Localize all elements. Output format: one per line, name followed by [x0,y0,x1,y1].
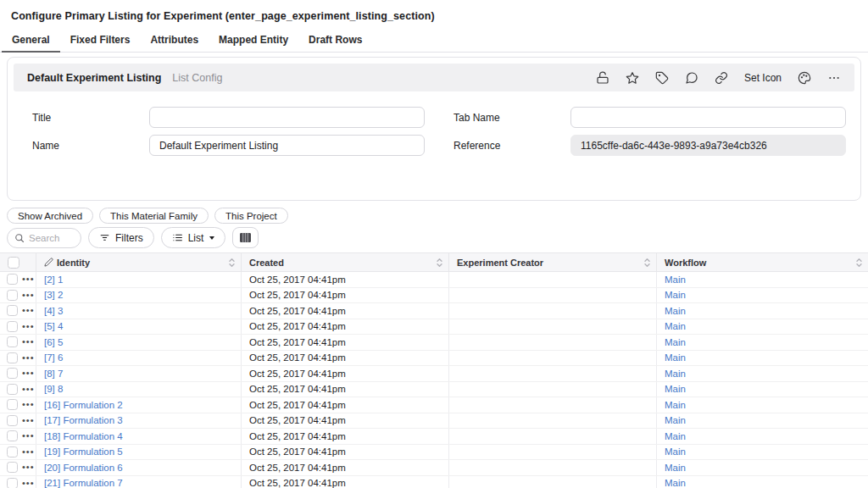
row-actions-ellipsis[interactable]: ••• [22,416,35,425]
workflow-link[interactable]: Main [665,274,686,285]
column-header-workflow[interactable]: Workflow [657,253,868,271]
row-actions-ellipsis[interactable]: ••• [22,369,35,378]
workflow-link[interactable]: Main [665,352,686,363]
identity-link[interactable]: [19] Formulation 5 [44,446,123,457]
table-row: ••• [19] Formulation 5 Oct 25, 2017 04:4… [0,445,868,461]
row-actions-ellipsis[interactable]: ••• [22,400,35,409]
tab-mapped-entity[interactable]: Mapped Entity [209,30,298,53]
identity-link[interactable]: [2] 1 [44,274,63,285]
favorite-button[interactable] [626,71,639,85]
identity-link[interactable]: [17] Formulation 3 [44,415,123,425]
row-actions-ellipsis[interactable]: ••• [22,447,35,457]
identity-link[interactable]: [3] 2 [44,290,63,300]
pill-show-archived[interactable]: Show Archived [7,208,93,224]
identity-link[interactable]: [21] Formulation 7 [44,478,123,488]
identity-link[interactable]: [20] Formulation 6 [44,463,123,473]
row-checkbox[interactable] [7,384,18,395]
palette-button[interactable] [798,71,811,85]
identity-link[interactable]: [4] 3 [44,306,63,316]
row-actions-ellipsis[interactable]: ••• [22,322,35,331]
workflow-link[interactable]: Main [665,431,686,441]
more-actions-button[interactable] [827,71,841,85]
workflow-link[interactable]: Main [665,321,686,331]
sort-icon[interactable] [643,258,651,268]
card-subtitle: List Config [172,72,222,84]
name-input[interactable] [149,135,425,156]
filter-icon [99,232,110,243]
table-header-row: Identity Created Experiment Creator Work… [0,253,868,272]
row-checkbox[interactable] [7,290,18,301]
row-checkbox[interactable] [7,336,18,347]
workflow-link[interactable]: Main [665,384,686,394]
workflow-link[interactable]: Main [665,446,686,457]
workflow-cell: Main [657,335,868,350]
title-input[interactable] [149,107,425,128]
workflow-link[interactable]: Main [665,400,686,410]
row-checkbox[interactable] [7,305,18,316]
workflow-link[interactable]: Main [665,306,686,316]
workflow-link[interactable]: Main [665,337,686,347]
row-checkbox[interactable] [7,430,18,441]
row-checkbox[interactable] [7,368,18,379]
workflow-link[interactable]: Main [665,290,686,300]
row-actions-ellipsis[interactable]: ••• [22,463,35,472]
workflow-link[interactable]: Main [665,369,686,379]
identity-link[interactable]: [18] Formulation 4 [44,431,123,441]
tag-button[interactable] [655,71,669,85]
created-value: Oct 25, 2017 04:41pm [249,337,346,347]
workflow-link[interactable]: Main [665,415,686,425]
column-header-identity[interactable]: Identity [36,253,242,271]
identity-link[interactable]: [7] 6 [44,352,63,363]
search-box[interactable] [7,228,81,248]
tab-draft-rows[interactable]: Draft Rows [298,30,372,53]
tab-attributes[interactable]: Attributes [140,30,209,53]
row-checkbox[interactable] [7,274,18,285]
tab-name-input[interactable] [570,107,846,128]
column-header-created[interactable]: Created [242,253,449,271]
tab-fixed-filters[interactable]: Fixed Filters [60,30,141,53]
row-checkbox[interactable] [7,478,18,488]
select-all-checkbox[interactable] [8,257,19,269]
pill-this-project[interactable]: This Project [214,208,288,224]
row-actions-ellipsis[interactable]: ••• [22,306,35,315]
row-actions-ellipsis[interactable]: ••• [22,353,35,363]
row-actions-ellipsis[interactable]: ••• [22,479,35,488]
row-actions-ellipsis[interactable]: ••• [22,337,35,347]
copy-link-button[interactable] [715,71,728,85]
sort-icon[interactable] [855,258,863,268]
workflow-link[interactable]: Main [665,478,686,488]
row-actions-ellipsis[interactable]: ••• [22,385,35,394]
search-input[interactable] [29,233,73,243]
sort-icon[interactable] [436,258,443,268]
sort-icon[interactable] [228,258,236,268]
row-checkbox[interactable] [7,352,18,363]
identity-link[interactable]: [5] 4 [44,321,63,331]
pill-this-material-family[interactable]: This Material Family [99,208,209,224]
row-checkbox[interactable] [7,415,18,426]
workflow-link[interactable]: Main [665,463,686,473]
tab-general[interactable]: General [2,30,60,53]
unlock-button[interactable] [596,71,609,85]
title-field-row: Title [22,107,425,128]
identity-link[interactable]: [9] 8 [44,384,63,394]
comment-button[interactable] [685,71,698,85]
experiment-creator-cell [449,272,657,287]
row-actions-ellipsis[interactable]: ••• [22,291,35,300]
row-actions-ellipsis[interactable]: ••• [22,274,35,284]
list-view-dropdown[interactable]: List [161,227,226,248]
table-row: ••• [9] 8 Oct 25, 2017 04:41pm Main [0,382,868,398]
row-checkbox[interactable] [7,462,18,473]
row-checkbox[interactable] [7,321,18,332]
identity-link[interactable]: [8] 7 [44,369,63,379]
identity-link[interactable]: [6] 5 [44,337,63,347]
created-cell: Oct 25, 2017 04:41pm [242,319,449,335]
row-checkbox[interactable] [7,399,18,410]
row-actions-ellipsis[interactable]: ••• [22,431,35,441]
columns-view-button[interactable] [232,227,259,248]
filters-button[interactable]: Filters [88,227,154,248]
row-checkbox[interactable] [7,446,18,458]
set-icon-button[interactable]: Set Icon [744,72,782,84]
created-value: Oct 25, 2017 04:41pm [249,274,346,285]
identity-link[interactable]: [16] Formulation 2 [44,400,123,410]
column-header-experiment-creator[interactable]: Experiment Creator [449,253,657,271]
